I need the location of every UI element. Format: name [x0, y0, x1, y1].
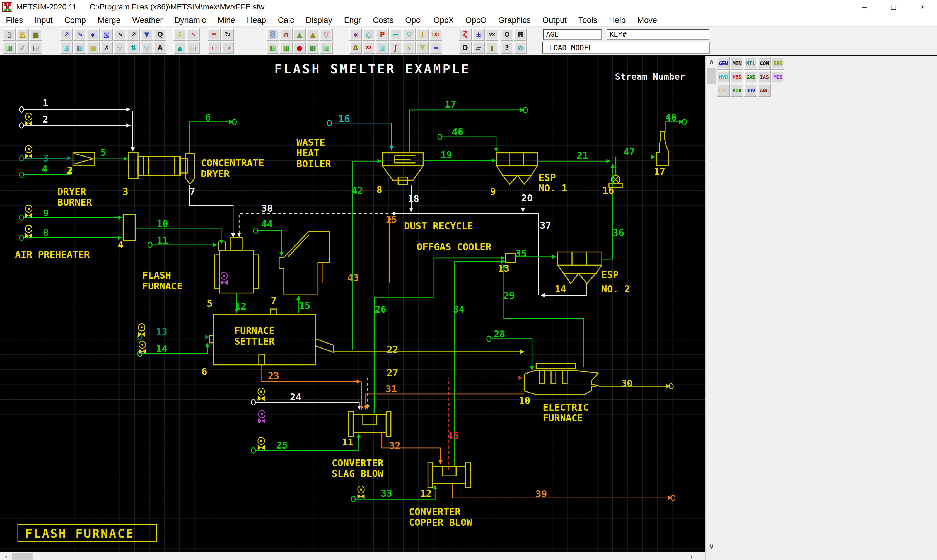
model-cells-button[interactable]: ▥ — [3, 42, 15, 54]
menu-opco[interactable]: OpcO — [460, 15, 492, 25]
maximize-button[interactable]: □ — [879, 0, 908, 14]
calc-unit-button[interactable]: ▦ — [320, 42, 333, 54]
menu-opcx[interactable]: OpcX — [428, 15, 460, 25]
vertical-scroll-thumb[interactable] — [707, 68, 716, 84]
equipment-shape[interactable] — [506, 253, 515, 263]
equipment-shape[interactable] — [74, 159, 93, 164]
equipment-shape[interactable] — [497, 166, 503, 175]
valve-button[interactable]: I — [416, 28, 429, 41]
menu-heap[interactable]: Heap — [241, 15, 272, 25]
category-button-adv[interactable]: ADV — [730, 84, 744, 97]
stream-line-10[interactable] — [136, 228, 221, 243]
equipment-shape[interactable] — [517, 175, 531, 184]
step-back-button[interactable]: ← — [208, 42, 221, 54]
category-button-ben[interactable]: BEN — [771, 57, 784, 70]
scroll-down-arrow[interactable]: ∨ — [705, 542, 717, 551]
equipment-shape[interactable] — [363, 415, 377, 425]
equipment-shape[interactable] — [383, 166, 423, 180]
lock-button[interactable]: ▮ — [486, 42, 499, 54]
category-button-mis[interactable]: MIS — [771, 70, 784, 83]
equipment-shape[interactable] — [230, 238, 242, 250]
feeder-icon[interactable] — [25, 225, 32, 238]
mixer-button[interactable]: ∗ — [349, 28, 362, 41]
scroll-right-arrow[interactable]: › — [687, 552, 697, 560]
equipment-shape[interactable] — [428, 462, 433, 488]
close-button[interactable]: × — [908, 0, 937, 14]
equipment-shape[interactable] — [123, 214, 136, 241]
thickener-button[interactable]: ▽ — [403, 28, 415, 41]
age-field[interactable] — [543, 29, 602, 40]
rail-button[interactable]: Ħ — [514, 28, 527, 41]
multicurve-button[interactable]: ≈ — [429, 42, 442, 54]
table-streams-button[interactable]: ▦ — [60, 42, 73, 54]
curve-button[interactable]: ∫ — [389, 42, 402, 54]
equipment-shape[interactable] — [210, 336, 213, 343]
select-region-button[interactable]: ▧ — [100, 28, 113, 41]
iterate-button[interactable]: ↻ — [221, 28, 234, 41]
scroll-up-arrow[interactable]: ∧ — [705, 57, 717, 66]
feeder-icon[interactable] — [358, 486, 365, 499]
equipment-shape[interactable] — [219, 250, 253, 293]
controller-button[interactable]: ζ — [459, 28, 472, 41]
stream-line-47[interactable] — [616, 157, 655, 175]
feeder-icon[interactable] — [221, 272, 228, 285]
text-tool-button[interactable]: A — [154, 42, 167, 54]
grid-report-button[interactable]: ▦ — [376, 42, 389, 54]
equipment-shape[interactable] — [253, 255, 258, 288]
column-button[interactable]: P — [376, 28, 389, 41]
calc-steady-button[interactable]: ▦ — [280, 42, 293, 54]
equipment-shape[interactable] — [596, 265, 602, 273]
stream-down-button[interactable]: ↘ — [73, 28, 86, 41]
insert-unit-button[interactable]: ▼ — [140, 28, 153, 41]
molecule-button[interactable]: ○ — [363, 28, 375, 41]
category-button-hbs[interactable]: HBS — [730, 70, 744, 83]
step-forward-button[interactable]: → — [221, 42, 234, 54]
category-button-min[interactable]: MIN — [730, 57, 744, 70]
stream-line-28[interactable] — [490, 339, 532, 370]
equipment-shape[interactable] — [579, 273, 596, 283]
menu-graphics[interactable]: Graphics — [492, 15, 537, 25]
equipment-shape[interactable] — [353, 415, 386, 433]
menu-files[interactable]: Files — [0, 15, 29, 25]
equipment-shape[interactable] — [348, 411, 353, 437]
open-file-button[interactable]: ▨ — [16, 28, 29, 41]
category-button-gas[interactable]: GAS — [744, 70, 757, 83]
pens-button[interactable]: // — [403, 42, 415, 54]
balance-button[interactable]: Δ — [349, 42, 362, 54]
stream-line-24[interactable] — [255, 402, 359, 409]
table-units-button[interactable]: ▦ — [73, 42, 86, 54]
minimize-button[interactable]: – — [850, 0, 879, 14]
stream-line-39[interactable] — [452, 484, 672, 498]
feeder-icon[interactable] — [258, 437, 265, 451]
new-file-button[interactable]: ▯ — [3, 28, 15, 41]
menu-dynamic[interactable]: Dynamic — [168, 15, 211, 25]
equipment-shape[interactable] — [259, 354, 265, 365]
stream-line-48[interactable] — [665, 122, 683, 131]
equipment-shape[interactable] — [128, 152, 138, 178]
feeder-icon[interactable] — [258, 411, 266, 424]
menu-weather[interactable]: Weather — [126, 15, 168, 25]
menu-merge[interactable]: Merge — [92, 15, 126, 25]
stream-line-34[interactable] — [454, 262, 505, 466]
pond-button[interactable]: ▽ — [320, 28, 333, 41]
stream-line-45[interactable] — [449, 378, 523, 470]
feeder-icon[interactable] — [258, 388, 265, 401]
menu-comp[interactable]: Comp — [59, 15, 92, 25]
stream-line-36[interactable] — [602, 164, 613, 259]
heap-button[interactable]: ▲ — [306, 28, 319, 41]
feeder-icon[interactable] — [25, 205, 32, 218]
print-button[interactable]: ▤ — [29, 42, 42, 54]
weigh-button[interactable]: ▲ — [173, 42, 186, 54]
equipment-shape[interactable] — [497, 153, 537, 166]
menu-mine[interactable]: Mine — [211, 15, 241, 25]
report-view-button[interactable]: ▤ — [187, 42, 200, 54]
equipment-shape[interactable] — [386, 411, 391, 437]
equipment-shape[interactable] — [287, 235, 309, 257]
category-button-mtl[interactable]: MTL — [744, 57, 757, 70]
equipment-shape[interactable] — [540, 370, 544, 384]
page-button[interactable]: ▱ — [472, 42, 485, 54]
scroll-left-arrow[interactable]: ‹ — [1, 552, 11, 560]
equipment-shape[interactable] — [181, 159, 188, 173]
menu-costs[interactable]: Costs — [367, 15, 399, 25]
save-button[interactable]: ▣ — [29, 28, 42, 41]
